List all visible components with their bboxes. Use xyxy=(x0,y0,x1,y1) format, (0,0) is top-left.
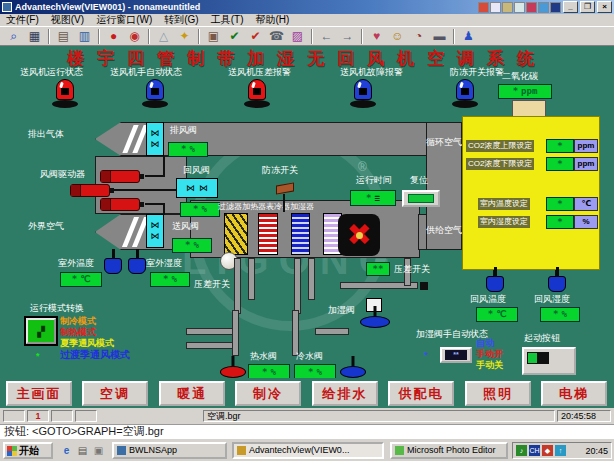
supply-damper-icon[interactable]: ⋈⋈ xyxy=(146,214,164,248)
user-icon[interactable]: ☺ xyxy=(387,28,408,45)
hot-valve-icon[interactable] xyxy=(220,366,246,378)
status-file: 空调.bgr xyxy=(203,410,555,422)
nav-main-screen[interactable]: 主画面 xyxy=(6,381,72,406)
menu-view[interactable]: 视图(V) xyxy=(51,13,84,27)
tag-check-icon[interactable]: ✔ xyxy=(224,28,245,45)
start-button-label: 起动按钮 xyxy=(524,334,560,343)
media-icon[interactable]: ▬ xyxy=(429,28,450,45)
message-bar: 按钮: <GOTO>GRAPH=空调.bgr xyxy=(0,424,614,438)
pressure-switch-label: 压差开关 xyxy=(194,280,230,289)
damper-actuator xyxy=(100,198,140,211)
setting-label: CO2浓度下限设定 xyxy=(466,158,534,170)
palette-icon[interactable]: ▨ xyxy=(287,28,308,45)
nav-elevator[interactable]: 电梯 xyxy=(541,381,607,406)
channels-quicklaunch-icon[interactable]: ▣ xyxy=(92,444,105,457)
desktop-quicklaunch-icon[interactable]: ▤ xyxy=(76,444,89,457)
dialer-icon[interactable]: ☎ xyxy=(266,28,287,45)
tray-icon[interactable]: ◆ xyxy=(542,445,553,456)
outside-air-label: 外界空气 xyxy=(28,222,64,231)
toolbar-separator xyxy=(361,29,363,44)
ie-quicklaunch-icon[interactable]: e xyxy=(60,444,73,457)
unit: % xyxy=(194,241,199,250)
return-damper-label: 回风阀 xyxy=(183,166,210,175)
taskbar-app-photo-editor[interactable]: Microsoft Photo Editor xyxy=(390,442,508,459)
outdoor-humidity-display: *% xyxy=(150,272,190,287)
start-menu-button[interactable]: 开始 xyxy=(3,442,53,459)
tray-clock[interactable]: 20:45 xyxy=(585,446,608,456)
chart-icon[interactable]: ▥ xyxy=(74,28,95,45)
pressure-switch-contact xyxy=(420,282,428,290)
alarm-label: 防冻开关报警 xyxy=(450,68,504,77)
alarm-bell-icon[interactable]: ◉ xyxy=(124,28,145,45)
co2-display: *ppm xyxy=(498,84,552,99)
nav-lighting[interactable]: 照明 xyxy=(465,381,531,406)
exhaust-damper-icon[interactable]: ⋈⋈ xyxy=(146,122,164,156)
key-icon[interactable]: ✦ xyxy=(174,28,195,45)
mode-option-transition-vent: 过渡季通风模式 xyxy=(60,350,130,360)
humid-status-manual-on: 手动开 xyxy=(476,350,503,359)
circulating-air-label: 循环空气 xyxy=(426,138,462,147)
nav-water-supply[interactable]: 给排水 xyxy=(312,381,378,406)
setting-unit: ppm xyxy=(574,157,598,171)
forward-icon[interactable]: → xyxy=(337,28,358,45)
humid-status-display: ** xyxy=(440,347,472,363)
menu-goto[interactable]: 转到(G) xyxy=(164,13,198,27)
monitor-icon[interactable]: ▦ xyxy=(24,28,45,45)
nav-heating-vent[interactable]: 暖通 xyxy=(159,381,225,406)
return-temp-label: 回风温度 xyxy=(470,295,506,304)
menu-help[interactable]: 帮助(H) xyxy=(255,13,289,27)
tray-icon[interactable]: ♪ xyxy=(516,445,527,456)
return-damper-icon[interactable]: ⋈⋈ xyxy=(176,178,218,198)
pipe xyxy=(292,310,299,356)
bell-face xyxy=(359,88,367,95)
flask-icon[interactable]: △ xyxy=(153,28,174,45)
return-humidity-sensor xyxy=(548,276,566,292)
status-time: 20:45:58 xyxy=(557,410,611,422)
valve-glyph: ⋈ xyxy=(151,221,160,230)
person-icon[interactable]: ♟ xyxy=(458,28,479,45)
bell-face xyxy=(461,88,469,95)
pressure-switch-display: ** xyxy=(366,262,390,276)
start-button[interactable] xyxy=(522,347,576,375)
reset-button[interactable] xyxy=(402,190,440,207)
bell-base xyxy=(452,100,478,108)
pipe xyxy=(308,258,315,300)
close-button[interactable]: × xyxy=(597,1,612,13)
toolbar-separator xyxy=(48,29,50,44)
mode-button[interactable]: ▞ xyxy=(26,318,56,344)
back-icon[interactable]: ← xyxy=(316,28,337,45)
value: * xyxy=(557,200,562,209)
report-icon[interactable]: ▤ xyxy=(53,28,74,45)
heater-coil xyxy=(258,213,278,255)
nav-power-supply[interactable]: 供配电 xyxy=(388,381,454,406)
bell-face xyxy=(151,88,159,95)
titlebar: AdvantechView(VIEW001) - nonameuntitled … xyxy=(0,0,614,14)
menu-file[interactable]: 文件(F) xyxy=(6,13,39,27)
clock-icon[interactable]: ◔ xyxy=(408,28,429,45)
alarm-bell-indicator xyxy=(350,79,376,108)
menu-run-window[interactable]: 运行窗口(W) xyxy=(96,13,152,27)
status-cell xyxy=(51,410,73,422)
toolbar-separator xyxy=(148,29,150,44)
alarm-ball-icon[interactable]: ● xyxy=(103,28,124,45)
menu-tools[interactable]: 工具(T) xyxy=(211,13,244,27)
restore-button[interactable]: ❐ xyxy=(580,1,595,13)
nav-hvac-ac[interactable]: 空调 xyxy=(82,381,148,406)
actuator-line xyxy=(163,203,165,215)
bell-face xyxy=(253,88,261,95)
mode-option-heating: 制热模式 xyxy=(60,328,96,337)
pipe xyxy=(186,342,236,349)
tray-icon[interactable]: ↑ xyxy=(555,445,566,456)
setting-unit: % xyxy=(574,215,598,229)
favorite-icon[interactable]: ♥ xyxy=(366,28,387,45)
minimize-button[interactable]: _ xyxy=(563,1,578,13)
video-icon[interactable]: ▣ xyxy=(203,28,224,45)
tray-ime-icon[interactable]: CH xyxy=(529,445,540,456)
zoom-icon[interactable]: ⌕ xyxy=(3,28,24,45)
nav-refrigeration[interactable]: 制冷 xyxy=(235,381,301,406)
ack-check-icon[interactable]: ✔ xyxy=(245,28,266,45)
cold-valve-icon[interactable] xyxy=(340,366,366,378)
value: ** xyxy=(445,350,467,360)
taskbar-app-advantechview[interactable]: AdvantechView(VIEW0... xyxy=(232,442,384,459)
taskbar-app-bwlnsapp[interactable]: BWLNSApp xyxy=(112,442,227,459)
